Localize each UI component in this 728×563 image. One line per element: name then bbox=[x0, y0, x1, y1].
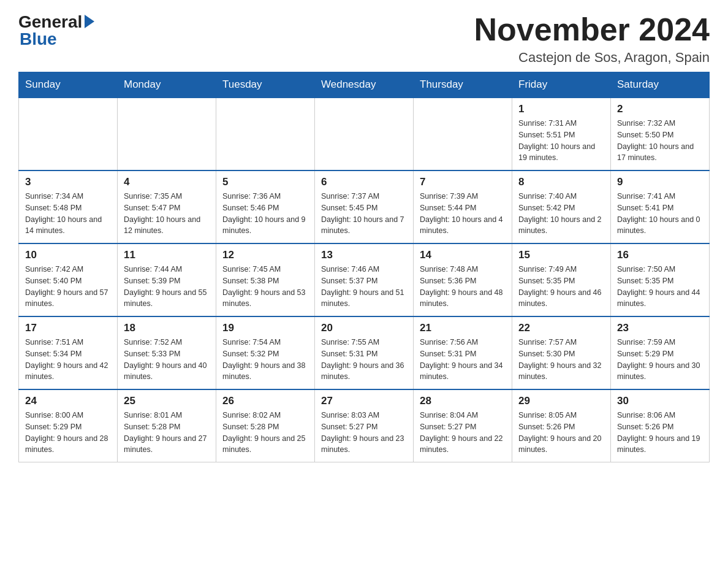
day-info: Sunrise: 8:05 AMSunset: 5:26 PMDaylight:… bbox=[518, 410, 604, 456]
day-info: Sunrise: 7:45 AMSunset: 5:38 PMDaylight:… bbox=[222, 264, 308, 310]
calendar-table: SundayMondayTuesdayWednesdayThursdayFrid… bbox=[18, 72, 710, 462]
title-area: November 2024 Castejon de Sos, Aragon, S… bbox=[474, 12, 710, 66]
calendar-week-row: 1Sunrise: 7:31 AMSunset: 5:51 PMDaylight… bbox=[19, 98, 710, 170]
column-header-wednesday: Wednesday bbox=[315, 72, 414, 98]
calendar-cell bbox=[216, 98, 315, 170]
day-number: 9 bbox=[617, 176, 703, 188]
day-number: 1 bbox=[518, 103, 604, 115]
calendar-cell bbox=[414, 98, 512, 170]
calendar-cell: 24Sunrise: 8:00 AMSunset: 5:29 PMDayligh… bbox=[19, 389, 118, 462]
day-number: 14 bbox=[420, 249, 506, 261]
day-info: Sunrise: 7:52 AMSunset: 5:33 PMDaylight:… bbox=[124, 337, 210, 383]
day-info: Sunrise: 7:35 AMSunset: 5:47 PMDaylight:… bbox=[124, 191, 210, 237]
calendar-week-row: 10Sunrise: 7:42 AMSunset: 5:40 PMDayligh… bbox=[19, 243, 710, 316]
calendar-cell: 18Sunrise: 7:52 AMSunset: 5:33 PMDayligh… bbox=[118, 316, 216, 389]
calendar-cell: 3Sunrise: 7:34 AMSunset: 5:48 PMDaylight… bbox=[19, 170, 118, 243]
day-info: Sunrise: 8:04 AMSunset: 5:27 PMDaylight:… bbox=[420, 410, 506, 456]
calendar-cell: 15Sunrise: 7:49 AMSunset: 5:35 PMDayligh… bbox=[512, 243, 611, 316]
logo: General Blue bbox=[18, 12, 94, 49]
day-info: Sunrise: 8:06 AMSunset: 5:26 PMDaylight:… bbox=[617, 410, 703, 456]
calendar-header-row: SundayMondayTuesdayWednesdayThursdayFrid… bbox=[19, 72, 710, 98]
calendar-cell: 22Sunrise: 7:57 AMSunset: 5:30 PMDayligh… bbox=[512, 316, 611, 389]
calendar-cell: 26Sunrise: 8:02 AMSunset: 5:28 PMDayligh… bbox=[216, 389, 315, 462]
logo-arrow-icon bbox=[85, 15, 94, 28]
day-number: 24 bbox=[25, 395, 111, 407]
day-info: Sunrise: 7:50 AMSunset: 5:35 PMDaylight:… bbox=[617, 264, 703, 310]
day-number: 13 bbox=[321, 249, 407, 261]
day-info: Sunrise: 7:51 AMSunset: 5:34 PMDaylight:… bbox=[25, 337, 111, 383]
day-number: 21 bbox=[420, 322, 506, 334]
calendar-cell: 23Sunrise: 7:59 AMSunset: 5:29 PMDayligh… bbox=[611, 316, 710, 389]
day-number: 6 bbox=[321, 176, 407, 188]
calendar-cell: 19Sunrise: 7:54 AMSunset: 5:32 PMDayligh… bbox=[216, 316, 315, 389]
calendar-cell: 13Sunrise: 7:46 AMSunset: 5:37 PMDayligh… bbox=[315, 243, 414, 316]
day-info: Sunrise: 7:36 AMSunset: 5:46 PMDaylight:… bbox=[222, 191, 308, 237]
day-number: 2 bbox=[617, 103, 703, 115]
day-info: Sunrise: 7:49 AMSunset: 5:35 PMDaylight:… bbox=[518, 264, 604, 310]
day-info: Sunrise: 7:32 AMSunset: 5:50 PMDaylight:… bbox=[617, 118, 703, 164]
day-info: Sunrise: 7:46 AMSunset: 5:37 PMDaylight:… bbox=[321, 264, 407, 310]
logo-blue: Blue bbox=[18, 29, 57, 49]
calendar-cell: 25Sunrise: 8:01 AMSunset: 5:28 PMDayligh… bbox=[118, 389, 216, 462]
day-number: 30 bbox=[617, 395, 703, 407]
day-number: 12 bbox=[222, 249, 308, 261]
calendar-cell: 8Sunrise: 7:40 AMSunset: 5:42 PMDaylight… bbox=[512, 170, 611, 243]
calendar-cell: 27Sunrise: 8:03 AMSunset: 5:27 PMDayligh… bbox=[315, 389, 414, 462]
day-info: Sunrise: 7:37 AMSunset: 5:45 PMDaylight:… bbox=[321, 191, 407, 237]
calendar-cell: 17Sunrise: 7:51 AMSunset: 5:34 PMDayligh… bbox=[19, 316, 118, 389]
calendar-cell: 1Sunrise: 7:31 AMSunset: 5:51 PMDaylight… bbox=[512, 98, 611, 170]
day-number: 5 bbox=[222, 176, 308, 188]
column-header-thursday: Thursday bbox=[414, 72, 512, 98]
day-info: Sunrise: 7:39 AMSunset: 5:44 PMDaylight:… bbox=[420, 191, 506, 237]
day-info: Sunrise: 7:42 AMSunset: 5:40 PMDaylight:… bbox=[25, 264, 111, 310]
day-number: 8 bbox=[518, 176, 604, 188]
day-number: 27 bbox=[321, 395, 407, 407]
day-number: 11 bbox=[124, 249, 210, 261]
calendar-week-row: 24Sunrise: 8:00 AMSunset: 5:29 PMDayligh… bbox=[19, 389, 710, 462]
day-info: Sunrise: 7:54 AMSunset: 5:32 PMDaylight:… bbox=[222, 337, 308, 383]
calendar-week-row: 3Sunrise: 7:34 AMSunset: 5:48 PMDaylight… bbox=[19, 170, 710, 243]
location-title: Castejon de Sos, Aragon, Spain bbox=[474, 50, 710, 66]
calendar-week-row: 17Sunrise: 7:51 AMSunset: 5:34 PMDayligh… bbox=[19, 316, 710, 389]
calendar-cell: 10Sunrise: 7:42 AMSunset: 5:40 PMDayligh… bbox=[19, 243, 118, 316]
column-header-tuesday: Tuesday bbox=[216, 72, 315, 98]
day-info: Sunrise: 8:01 AMSunset: 5:28 PMDaylight:… bbox=[124, 410, 210, 456]
calendar-cell: 14Sunrise: 7:48 AMSunset: 5:36 PMDayligh… bbox=[414, 243, 512, 316]
calendar-cell: 2Sunrise: 7:32 AMSunset: 5:50 PMDaylight… bbox=[611, 98, 710, 170]
day-number: 28 bbox=[420, 395, 506, 407]
day-info: Sunrise: 7:40 AMSunset: 5:42 PMDaylight:… bbox=[518, 191, 604, 237]
calendar-cell: 20Sunrise: 7:55 AMSunset: 5:31 PMDayligh… bbox=[315, 316, 414, 389]
day-number: 25 bbox=[124, 395, 210, 407]
day-number: 10 bbox=[25, 249, 111, 261]
day-info: Sunrise: 7:44 AMSunset: 5:39 PMDaylight:… bbox=[124, 264, 210, 310]
day-info: Sunrise: 7:56 AMSunset: 5:31 PMDaylight:… bbox=[420, 337, 506, 383]
day-info: Sunrise: 7:59 AMSunset: 5:29 PMDaylight:… bbox=[617, 337, 703, 383]
day-info: Sunrise: 7:41 AMSunset: 5:41 PMDaylight:… bbox=[617, 191, 703, 237]
day-info: Sunrise: 7:31 AMSunset: 5:51 PMDaylight:… bbox=[518, 118, 604, 164]
calendar-cell bbox=[118, 98, 216, 170]
calendar-cell: 9Sunrise: 7:41 AMSunset: 5:41 PMDaylight… bbox=[611, 170, 710, 243]
calendar-cell: 12Sunrise: 7:45 AMSunset: 5:38 PMDayligh… bbox=[216, 243, 315, 316]
day-number: 4 bbox=[124, 176, 210, 188]
calendar-cell: 28Sunrise: 8:04 AMSunset: 5:27 PMDayligh… bbox=[414, 389, 512, 462]
day-number: 22 bbox=[518, 322, 604, 334]
column-header-monday: Monday bbox=[118, 72, 216, 98]
calendar-cell: 5Sunrise: 7:36 AMSunset: 5:46 PMDaylight… bbox=[216, 170, 315, 243]
page-header: General Blue November 2024 Castejon de S… bbox=[18, 12, 710, 66]
day-info: Sunrise: 7:55 AMSunset: 5:31 PMDaylight:… bbox=[321, 337, 407, 383]
calendar-cell: 21Sunrise: 7:56 AMSunset: 5:31 PMDayligh… bbox=[414, 316, 512, 389]
day-info: Sunrise: 8:03 AMSunset: 5:27 PMDaylight:… bbox=[321, 410, 407, 456]
day-number: 16 bbox=[617, 249, 703, 261]
calendar-cell: 7Sunrise: 7:39 AMSunset: 5:44 PMDaylight… bbox=[414, 170, 512, 243]
day-info: Sunrise: 8:00 AMSunset: 5:29 PMDaylight:… bbox=[25, 410, 111, 456]
calendar-cell bbox=[19, 98, 118, 170]
column-header-friday: Friday bbox=[512, 72, 611, 98]
day-info: Sunrise: 7:34 AMSunset: 5:48 PMDaylight:… bbox=[25, 191, 111, 237]
day-info: Sunrise: 7:57 AMSunset: 5:30 PMDaylight:… bbox=[518, 337, 604, 383]
day-number: 15 bbox=[518, 249, 604, 261]
day-number: 3 bbox=[25, 176, 111, 188]
day-number: 20 bbox=[321, 322, 407, 334]
day-number: 29 bbox=[518, 395, 604, 407]
day-info: Sunrise: 8:02 AMSunset: 5:28 PMDaylight:… bbox=[222, 410, 308, 456]
day-number: 7 bbox=[420, 176, 506, 188]
